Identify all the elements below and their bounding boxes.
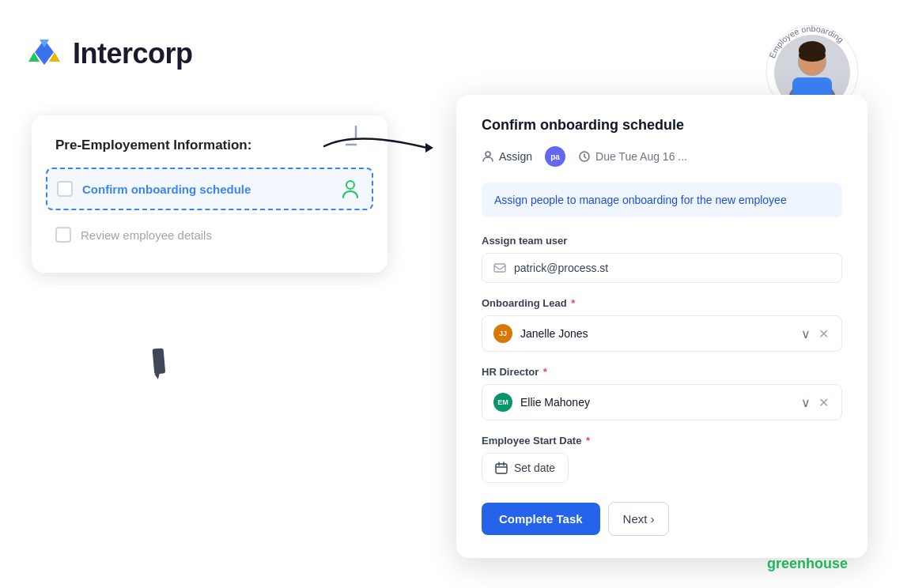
- greenhouse-label: greenhouse: [767, 556, 848, 572]
- next-chevron-icon: ›: [650, 512, 654, 526]
- clear-btn-1[interactable]: ✕: [817, 325, 830, 343]
- description-box: Assign people to manage onboarding for t…: [482, 183, 842, 217]
- svg-rect-23: [496, 464, 507, 473]
- select-controls-1: ∨ ✕: [799, 325, 830, 343]
- set-date-button[interactable]: Set date: [482, 453, 569, 483]
- modal-meta: Assign pa Due Tue Aug 16 ...: [482, 146, 842, 167]
- assign-meta-item[interactable]: Assign: [482, 150, 532, 163]
- ellie-avatar: EM: [493, 393, 512, 412]
- modal-card: Confirm onboarding schedule Assign pa Du…: [456, 95, 868, 558]
- svg-point-4: [346, 181, 354, 189]
- action-row: Complete Task Next ›: [482, 502, 842, 536]
- modal-title: Confirm onboarding schedule: [482, 117, 842, 134]
- svg-rect-5: [153, 348, 166, 374]
- hr-director-label: HR Director *: [482, 366, 842, 378]
- task-item-2[interactable]: Review employee details: [55, 219, 364, 251]
- set-date-label: Set date: [514, 462, 555, 474]
- user-avatar-pa: pa: [545, 146, 565, 167]
- task-icon-green: [338, 177, 362, 201]
- start-date-label: Employee Start Date *: [482, 435, 842, 447]
- chevron-down-btn-1[interactable]: ∨: [799, 325, 812, 343]
- chevron-down-btn-2[interactable]: ∨: [799, 394, 812, 412]
- logo-text: Intercorp: [73, 37, 193, 70]
- pencil-icon: [143, 334, 196, 392]
- clock-icon: [578, 150, 591, 163]
- logo-area: Intercorp: [24, 32, 387, 76]
- svg-rect-22: [494, 264, 505, 272]
- task-divider: [55, 213, 364, 214]
- task-checkbox-2[interactable]: [55, 227, 71, 243]
- svg-marker-9: [425, 143, 433, 153]
- calendar-icon: [495, 462, 508, 474]
- team-user-value: patrick@process.st: [514, 262, 608, 274]
- assign-label: Assign: [499, 150, 532, 163]
- janelle-avatar: JJ: [493, 324, 512, 343]
- intercorp-logo-icon: [24, 32, 65, 76]
- arrow-connector: [308, 122, 451, 173]
- svg-point-20: [486, 152, 490, 156]
- due-date-label: Due Tue Aug 16 ...: [595, 150, 687, 163]
- clear-btn-2[interactable]: ✕: [817, 394, 830, 412]
- due-date-meta: Due Tue Aug 16 ...: [578, 150, 687, 163]
- hr-director-value: Ellie Mahoney: [520, 396, 792, 409]
- task-item-active[interactable]: Confirm onboarding schedule: [46, 168, 373, 210]
- person-icon: [482, 150, 494, 163]
- next-button[interactable]: Next ›: [608, 502, 670, 536]
- select-controls-2: ∨ ✕: [799, 394, 830, 412]
- complete-task-button[interactable]: Complete Task: [482, 503, 600, 535]
- onboarding-lead-value: Janelle Jones: [520, 327, 792, 340]
- svg-point-19: [799, 49, 826, 62]
- task-label-1: Confirm onboarding schedule: [82, 183, 251, 196]
- task-label-2: Review employee details: [81, 228, 212, 242]
- onboarding-lead-select[interactable]: JJ Janelle Jones ∨ ✕: [482, 315, 842, 352]
- email-icon: [493, 262, 506, 274]
- team-user-label: Assign team user: [482, 235, 842, 247]
- task-checkbox-1[interactable]: [57, 181, 73, 197]
- hr-director-select[interactable]: EM Ellie Mahoney ∨ ✕: [482, 384, 842, 420]
- team-user-input[interactable]: patrick@process.st: [482, 253, 842, 283]
- onboarding-lead-label: Onboarding Lead *: [482, 297, 842, 309]
